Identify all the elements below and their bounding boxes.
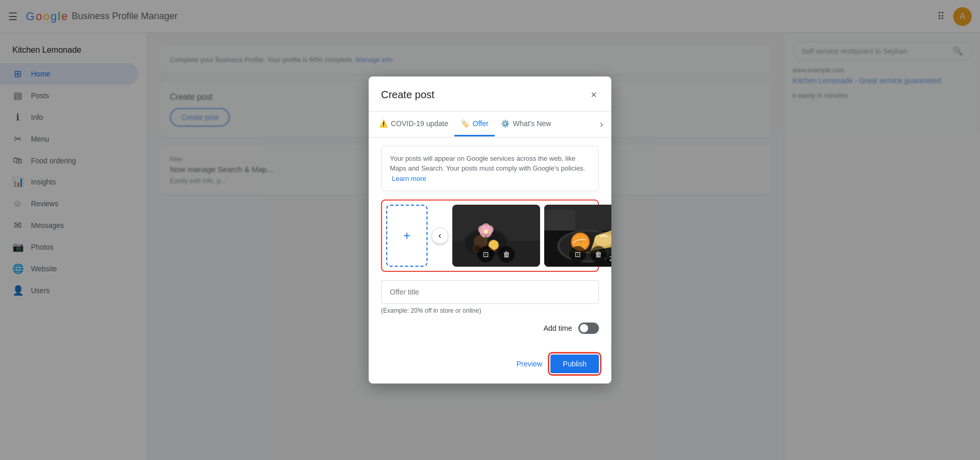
offer-icon: 🏷️ xyxy=(461,119,469,128)
crop-button-1[interactable]: ⊡ xyxy=(478,246,494,263)
photo-item-2: ⊡ 🗑 2 / 10 xyxy=(544,205,611,267)
photo-row: + ‹ xyxy=(386,205,594,267)
gear-icon: ⚙️ xyxy=(501,119,510,128)
tab-covid-label: COVID-19 update xyxy=(391,119,448,128)
publish-button[interactable]: Publish xyxy=(550,355,599,373)
warning-icon: ⚠️ xyxy=(379,119,388,128)
modal-header: Create post × xyxy=(369,76,611,112)
modal-footer: Preview Publish xyxy=(369,350,611,384)
svg-point-12 xyxy=(484,229,488,234)
add-time-toggle[interactable] xyxy=(578,323,599,334)
delete-button-1[interactable]: 🗑 xyxy=(498,246,515,263)
add-photo-button[interactable]: + xyxy=(386,205,428,267)
crop-button-2[interactable]: ⊡ xyxy=(570,246,586,263)
learn-more-link[interactable]: Learn more xyxy=(392,175,426,182)
photo-item-1: ⊡ 🗑 xyxy=(452,205,540,267)
tab-whats-new-label: What's New xyxy=(513,119,551,128)
add-time-label: Add time xyxy=(544,324,572,332)
tabs-chevron[interactable]: › xyxy=(596,112,607,137)
info-box: Your posts will appear on Google service… xyxy=(381,146,599,192)
modal-tabs: ⚠️ COVID-19 update 🏷️ Offer ⚙️ What's Ne… xyxy=(369,112,611,137)
add-time-row: Add time xyxy=(381,323,599,334)
info-text: Your posts will appear on Google service… xyxy=(390,155,585,173)
photo-upload-area: + ‹ xyxy=(381,200,599,272)
photo-1-actions: ⊡ 🗑 xyxy=(478,246,515,263)
offer-example-text: (Example: 20% off in store or online) xyxy=(381,307,599,314)
tab-offer[interactable]: 🏷️ Offer xyxy=(454,112,495,136)
photo-prev-button[interactable]: ‹ xyxy=(432,227,448,244)
toggle-slider xyxy=(578,323,599,334)
tab-offer-label: Offer xyxy=(472,119,488,128)
modal-body: Your posts will appear on Google service… xyxy=(369,137,611,351)
close-button[interactable]: × xyxy=(589,87,599,103)
create-post-modal: Create post × ⚠️ COVID-19 update 🏷️ Offe… xyxy=(369,76,611,384)
photo-images: ⊡ 🗑 xyxy=(452,205,611,267)
photo-carousel: ‹ xyxy=(432,205,611,267)
svg-rect-20 xyxy=(580,207,606,231)
tab-whats-new[interactable]: ⚙️ What's New xyxy=(495,112,557,136)
svg-rect-19 xyxy=(544,210,575,231)
delete-button-2[interactable]: 🗑 xyxy=(590,246,607,263)
preview-button[interactable]: Preview xyxy=(516,360,542,368)
tab-covid[interactable]: ⚠️ COVID-19 update xyxy=(373,112,454,136)
modal-overlay[interactable]: Create post × ⚠️ COVID-19 update 🏷️ Offe… xyxy=(0,0,980,460)
photo-2-actions: ⊡ 🗑 xyxy=(570,246,607,263)
offer-title-input[interactable] xyxy=(381,280,599,304)
modal-title: Create post xyxy=(381,89,434,101)
